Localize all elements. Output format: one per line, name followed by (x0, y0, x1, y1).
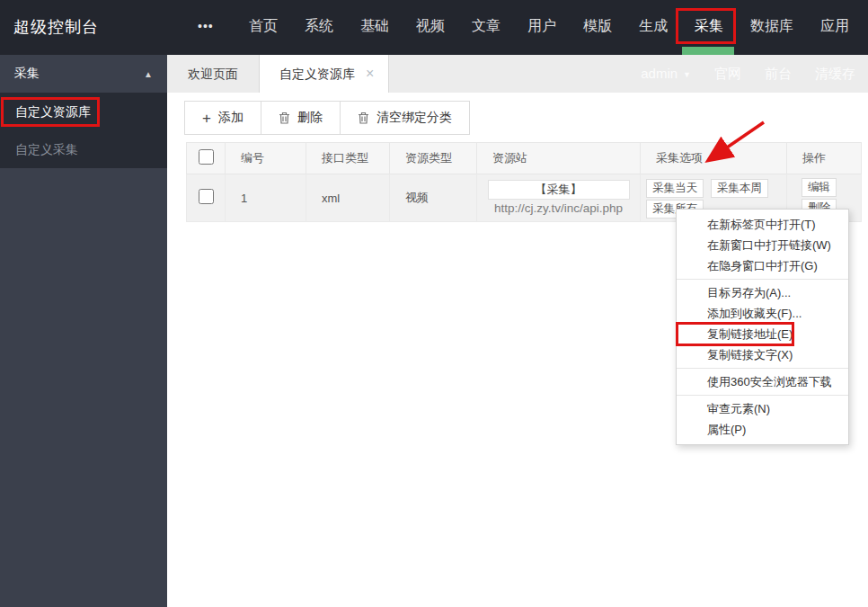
menu-item-inspect-element[interactable]: 审查元素(N) (677, 398, 848, 419)
delete-button-label: 删除 (297, 110, 323, 126)
cell-api-type: xml (306, 174, 390, 222)
close-icon[interactable]: × (366, 67, 374, 81)
link-official-site[interactable]: 官网 (714, 55, 741, 93)
username: admin (641, 66, 678, 81)
collapse-icon: ▲ (144, 69, 153, 79)
user-menu: admin▼ 官网 前台 清缓存 (641, 55, 855, 93)
add-button[interactable]: + 添加 (184, 101, 261, 135)
nav-item-system[interactable]: 系统 (291, 0, 347, 55)
nav-item-video[interactable]: 视频 (403, 0, 458, 55)
table-header-row: 编号 接口类型 资源类型 资源站 采集选项 操作 (187, 143, 862, 174)
user-dropdown[interactable]: admin▼ (641, 55, 691, 93)
cell-id: 1 (226, 174, 306, 222)
toolbar: + 添加 删除 清空绑定分类 (184, 101, 470, 135)
nav-item-basic[interactable]: 基础 (347, 0, 403, 55)
nav-item-home[interactable]: 首页 (235, 0, 291, 55)
col-header-id: 编号 (226, 143, 306, 174)
nav-item-user[interactable]: 用户 (514, 0, 570, 55)
menu-separator (677, 395, 848, 396)
row-checkbox[interactable] (199, 189, 214, 204)
nav-item-generate[interactable]: 生成 (625, 0, 681, 55)
top-nav-menu: 首页 系统 基础 视频 文章 用户 模版 生成 采集 数据库 应用 (235, 0, 863, 55)
nav-item-collect[interactable]: 采集 (681, 0, 737, 55)
menu-separator (677, 368, 848, 369)
menu-item-open-new-tab[interactable]: 在新标签页中打开(T) (677, 214, 848, 235)
sidebar-group-title: 采集 (14, 66, 40, 82)
collect-link-button[interactable]: 【采集】 (488, 180, 630, 200)
add-icon: + (202, 111, 211, 126)
caret-down-icon: ▼ (683, 70, 691, 79)
nav-item-database[interactable]: 数据库 (737, 0, 807, 55)
link-front-site[interactable]: 前台 (765, 55, 792, 93)
col-header-api-type: 接口类型 (306, 143, 390, 174)
tab-custom-resource-lib[interactable]: 自定义资源库 × (260, 55, 389, 93)
trash-icon (358, 112, 369, 124)
sidebar-item-custom-resource-lib[interactable]: 自定义资源库 (0, 93, 167, 130)
sidebar: 采集 ▲ 自定义资源库 自定义采集 (0, 55, 167, 607)
clear-bound-category-button[interactable]: 清空绑定分类 (340, 101, 470, 135)
menu-item-save-target-as[interactable]: 目标另存为(A)... (677, 282, 848, 303)
sidebar-group-collect[interactable]: 采集 ▲ (0, 55, 167, 93)
col-header-site: 资源站 (477, 143, 641, 174)
sidebar-item-custom-collect[interactable]: 自定义采集 (0, 130, 167, 168)
menu-item-open-incognito[interactable]: 在隐身窗口中打开(G) (677, 255, 848, 276)
menu-item-copy-link-text[interactable]: 复制链接文字(X) (677, 344, 848, 365)
clear-button-label: 清空绑定分类 (376, 110, 452, 126)
col-header-collect-options: 采集选项 (641, 143, 787, 174)
top-navbar: 超级控制台 ••• 首页 系统 基础 视频 文章 用户 模版 生成 采集 数据库… (0, 0, 868, 55)
tab-label: 自定义资源库 (279, 55, 355, 93)
nav-item-article[interactable]: 文章 (458, 0, 514, 55)
nav-item-collect-label: 采集 (695, 18, 723, 33)
add-button-label: 添加 (218, 110, 244, 126)
nav-item-app[interactable]: 应用 (807, 0, 863, 55)
select-all-checkbox[interactable] (199, 149, 214, 165)
menu-item-add-to-favorites[interactable]: 添加到收藏夹(F)... (677, 303, 848, 324)
active-nav-indicator (682, 47, 734, 55)
cell-resource-type: 视频 (390, 174, 477, 222)
more-icon[interactable]: ••• (198, 0, 214, 55)
menu-item-open-new-window[interactable]: 在新窗口中打开链接(W) (677, 235, 848, 255)
menu-item-download-with-360[interactable]: 使用360安全浏览器下载 (677, 371, 848, 392)
collect-today-button[interactable]: 采集当天 (646, 179, 704, 198)
link-clear-cache[interactable]: 清缓存 (815, 55, 855, 93)
cell-site: 【采集】 http://cj.zy.tv/inc/api.php (477, 174, 641, 222)
delete-button[interactable]: 删除 (261, 101, 341, 135)
trash-icon (279, 112, 290, 124)
site-url: http://cj.zy.tv/inc/api.php (486, 201, 631, 216)
tab-welcome[interactable]: 欢迎页面 (167, 55, 260, 93)
menu-separator (677, 279, 848, 280)
edit-button[interactable]: 编辑 (802, 178, 837, 197)
collect-week-button[interactable]: 采集本周 (711, 179, 768, 198)
sidebar-submenu: 自定义资源库 自定义采集 (0, 93, 167, 168)
col-header-actions: 操作 (787, 143, 862, 174)
tab-bar: 欢迎页面 自定义资源库 × admin▼ 官网 前台 清缓存 (167, 55, 868, 93)
menu-item-copy-link-address[interactable]: 复制链接地址(E) (677, 324, 848, 344)
context-menu: 在新标签页中打开(T) 在新窗口中打开链接(W) 在隐身窗口中打开(G) 目标另… (676, 209, 849, 445)
col-header-resource-type: 资源类型 (390, 143, 477, 174)
nav-item-template[interactable]: 模版 (570, 0, 625, 55)
app-title: 超级控制台 (0, 0, 99, 55)
menu-item-properties[interactable]: 属性(P) (677, 419, 848, 440)
